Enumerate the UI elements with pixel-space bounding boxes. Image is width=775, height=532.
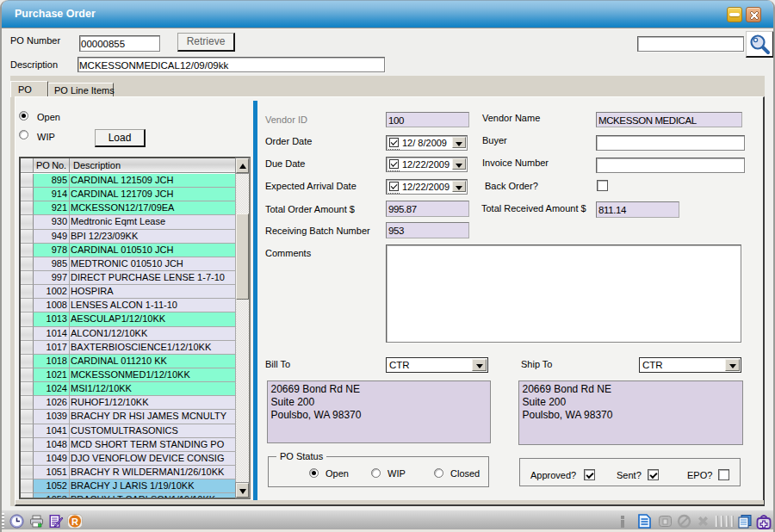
svg-text:R: R [71, 517, 78, 527]
